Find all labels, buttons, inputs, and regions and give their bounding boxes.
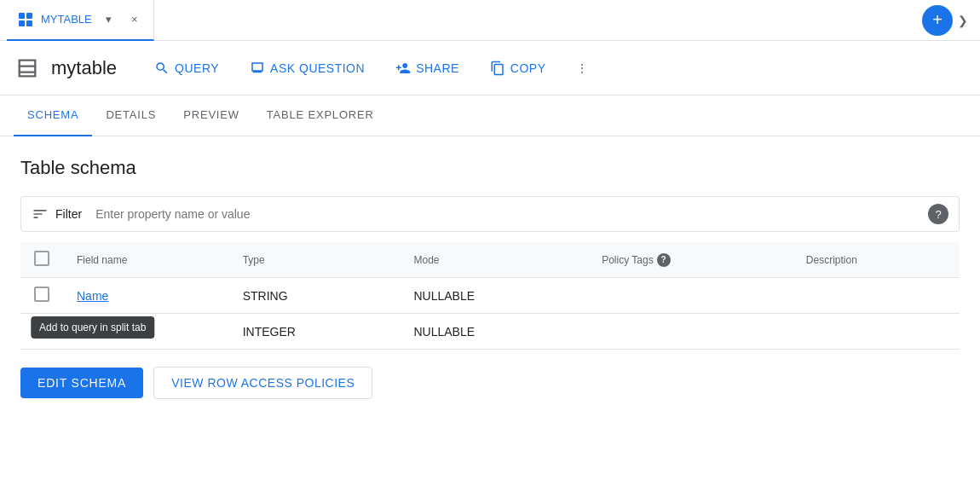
search-icon (154, 61, 170, 76)
query-label: QUERY (175, 61, 219, 75)
table-title: mytable (51, 57, 117, 79)
header-mode: Mode (400, 242, 588, 278)
section-title: Table schema (20, 157, 960, 179)
tooltip-container-name: Name Add to query in split tab (77, 289, 108, 303)
filter-label: Filter (55, 207, 82, 221)
svg-rect-0 (19, 13, 25, 19)
copy-label: COPY (510, 61, 546, 75)
grid-icon (17, 11, 34, 28)
share-button[interactable]: SHARE (382, 54, 473, 83)
select-all-checkbox[interactable] (34, 251, 49, 266)
ask-question-icon (250, 61, 265, 76)
header-policy-tags: Policy Tags ? (588, 242, 793, 278)
tab-schema[interactable]: SCHEMA (14, 96, 92, 136)
table-row: Name Add to query in split tab STRING NU… (20, 278, 960, 314)
table-header-row: Field name Type Mode Policy Tags ? Descr… (20, 242, 960, 278)
footer-buttons: EDIT SCHEMA VIEW ROW ACCESS POLICIES (0, 350, 980, 416)
header-checkbox[interactable] (20, 242, 63, 278)
tab-close-icon[interactable]: × (126, 11, 143, 28)
svg-rect-1 (26, 13, 32, 19)
query-button[interactable]: QUERY (141, 54, 233, 83)
field-name-link-name[interactable]: Name (77, 289, 108, 303)
toolbar: mytable QUERY ASK QUESTION SHARE (0, 41, 980, 96)
row-checkbox-id[interactable] (20, 314, 63, 350)
field-description-name (793, 278, 960, 314)
sub-tabs: SCHEMA DETAILS PREVIEW TABLE EXPLORER (0, 96, 980, 136)
top-tab-mytable[interactable]: MYTABLE ▾ × (7, 0, 154, 41)
field-type-id: INTEGER (229, 314, 401, 350)
header-field-name: Field name (63, 242, 229, 278)
header-description: Description (793, 242, 960, 278)
table-row: ID INTEGER NULLABLE (20, 314, 960, 350)
add-tab-button[interactable]: + (922, 5, 953, 36)
row-checkbox-name[interactable] (20, 278, 63, 314)
field-description-id (793, 314, 960, 350)
schema-table: Field name Type Mode Policy Tags ? Descr… (20, 242, 960, 350)
field-name-id: ID (63, 314, 229, 350)
tab-list-chevron[interactable]: ❯ (953, 10, 973, 31)
policy-tags-help-icon[interactable]: ? (657, 253, 671, 267)
checkbox-name[interactable] (34, 287, 49, 302)
filter-input[interactable] (95, 207, 921, 221)
field-policy-name (588, 278, 793, 314)
tab-dropdown-icon[interactable]: ▾ (99, 9, 119, 30)
tab-table-explorer[interactable]: TABLE EXPLORER (253, 96, 388, 136)
field-type-name: STRING (229, 278, 401, 314)
edit-schema-button[interactable]: EDIT SCHEMA (20, 368, 143, 398)
main-content: Table schema Filter ? Field name Type Mo… (0, 136, 980, 350)
copy-icon (490, 61, 505, 76)
view-row-access-policies-button[interactable]: VIEW ROW ACCESS POLICIES (153, 367, 372, 399)
top-tab-bar: MYTABLE ▾ × + ❯ (0, 0, 980, 41)
table-icon (14, 55, 41, 82)
tab-preview[interactable]: PREVIEW (170, 96, 253, 136)
copy-button[interactable]: COPY (476, 54, 560, 83)
filter-icon (32, 206, 49, 223)
svg-rect-3 (26, 20, 32, 26)
filter-help-icon[interactable]: ? (928, 204, 948, 224)
ask-question-button[interactable]: ASK QUESTION (236, 54, 378, 83)
field-policy-id (588, 314, 793, 350)
checkbox-id[interactable] (34, 322, 49, 338)
more-options-button[interactable]: ⋮ (567, 53, 597, 84)
tab-details[interactable]: DETAILS (92, 96, 170, 136)
header-type: Type (229, 242, 401, 278)
top-tab-label: MYTABLE (41, 13, 92, 26)
ask-question-label: ASK QUESTION (270, 61, 365, 75)
share-icon (395, 61, 411, 76)
field-mode-name: NULLABLE (400, 278, 588, 314)
share-label: SHARE (416, 61, 459, 75)
svg-rect-2 (19, 20, 25, 26)
field-mode-id: NULLABLE (400, 314, 588, 350)
field-name-name[interactable]: Name Add to query in split tab (63, 278, 229, 314)
filter-bar: Filter ? (20, 196, 960, 232)
